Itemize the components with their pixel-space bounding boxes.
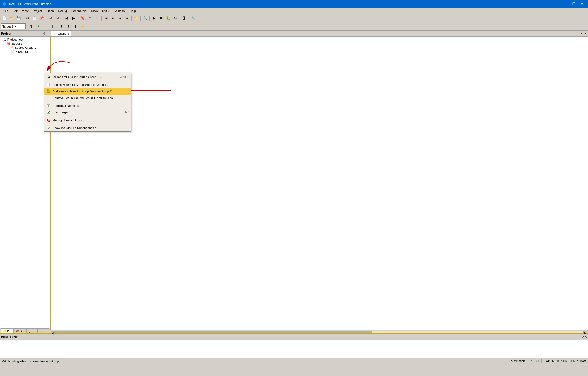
menu-tools[interactable]: Tools [89, 9, 100, 13]
ctx-remove-group[interactable]: Remove Group 'Source Group 1' and its Fi… [44, 95, 131, 101]
window-controls: – ❒ ✕ [562, 1, 586, 7]
download2-button[interactable]: ⬇ [65, 23, 72, 29]
maximize-button[interactable]: ❒ [570, 1, 578, 7]
build-output-content [0, 340, 588, 358]
copy-button[interactable]: 📋 [31, 15, 38, 21]
add-target-button[interactable]: + [35, 23, 42, 29]
tab-project[interactable]: 📁 P... [1, 328, 13, 333]
menu-flash[interactable]: Flash [44, 9, 56, 13]
menu-edit[interactable]: Edit [10, 9, 20, 13]
ctx-add-new[interactable]: Add New Item to Group 'Source Group 1'..… [44, 81, 131, 88]
undo-button[interactable]: ↩ [47, 15, 54, 21]
build-panel-float-btn[interactable]: ↗ [581, 335, 584, 339]
cut-button[interactable]: ✂ [24, 15, 31, 21]
indent-button[interactable]: ⇥ [103, 15, 109, 21]
separator-3 [62, 16, 62, 21]
close-button[interactable]: ✕ [578, 1, 586, 7]
target-name: Target 1 [11, 42, 22, 45]
upload-button[interactable]: ⬆ [72, 23, 79, 29]
menu-peripherals[interactable]: Peripherals [69, 9, 89, 13]
ctx-show-deps[interactable]: ✓ Show Include File Dependencies [44, 125, 131, 131]
forward-button[interactable]: ▶ [71, 15, 77, 21]
run-button[interactable]: ▶ [151, 15, 157, 21]
redo-button[interactable]: ↪ [54, 15, 61, 21]
find-button[interactable]: 🔍 [142, 15, 148, 21]
menu-file[interactable]: File [1, 9, 10, 13]
dropdown-arrow-icon: ▼ [14, 25, 17, 28]
target-props-button[interactable]: T [49, 23, 56, 29]
ctx-rebuild[interactable]: Rebuild all target files [44, 102, 131, 109]
tab-testing-c[interactable]: 📄 testing.c [51, 31, 71, 36]
remove-target-button[interactable]: − [42, 23, 49, 29]
menu-view[interactable]: View [20, 9, 31, 13]
prev-bookmark-button[interactable]: ⬆ [87, 15, 93, 21]
panel-close-button[interactable]: ✕ [45, 32, 49, 35]
tab-close-all-button[interactable]: ✕ [584, 32, 587, 35]
ctx-sep-2 [44, 102, 131, 102]
ctx-rebuild-icon [47, 104, 51, 108]
scroll-track[interactable] [55, 331, 584, 333]
minimize-button[interactable]: – [562, 1, 569, 7]
ctx-manage-project[interactable]: Manage Project Items... [44, 117, 131, 123]
ctx-manage-icon [47, 118, 51, 122]
menu-project[interactable]: Project [30, 9, 44, 13]
tab-menu-button[interactable]: ▼ [579, 32, 583, 35]
panel-float-button[interactable]: ↗ [41, 32, 45, 35]
tool-button[interactable]: 🔧 [190, 15, 197, 21]
debug-button[interactable]: 🐛 [165, 15, 171, 21]
ctx-build-icon [47, 110, 51, 114]
status-divider-2 [527, 359, 527, 363]
horizontal-scrollbar[interactable]: ◀ ▶ [50, 330, 588, 333]
menu-svcs[interactable]: SVCS [100, 9, 112, 13]
ctx-add-existing[interactable]: Add Existing Files to Group 'Source Grou… [44, 88, 131, 95]
download-button[interactable]: ⬇ [58, 23, 65, 29]
open-file-button[interactable]: 📂 [8, 15, 15, 21]
tree-target[interactable]: − 🎯 Target 1 [0, 41, 50, 46]
paste-button[interactable]: 📌 [38, 15, 45, 21]
status-divider-1 [509, 359, 509, 363]
startup-filename: STARTUP... [16, 50, 31, 53]
open-folder-button[interactable]: 📁 [133, 15, 139, 21]
toolbar-1: 📄 📂 💾 ✂ 📋 📌 ↩ ↪ ◀ ▶ 🔖 ⬆ ⬇ ⇥ ⇤ // // 📁 🔍 … [0, 14, 588, 22]
comment-button[interactable]: // [117, 15, 123, 21]
scroll-right-btn[interactable]: ▶ [584, 331, 587, 333]
menu-help[interactable]: Help [127, 9, 138, 13]
menu-bar: File Edit View Project Flash Debug Perip… [0, 8, 588, 14]
bookmark-button[interactable]: 🔖 [79, 15, 86, 21]
project-tree: − 🗂 Project: test − 🎯 Target 1 − 📁 Sourc… [0, 37, 50, 328]
tree-project-root[interactable]: − 🗂 Project: test [0, 38, 50, 41]
build-panel-close-btn[interactable]: ✕ [584, 335, 587, 339]
project-panel-header: Project ↗ ✕ [0, 31, 50, 37]
flash-button[interactable]: ⚡ [79, 23, 86, 29]
separator-6 [131, 16, 132, 21]
project-tab-label: P... [7, 330, 11, 333]
view-options-button[interactable]: 🗄 [181, 15, 188, 21]
next-bookmark-button[interactable]: ⬇ [94, 15, 100, 21]
stop-button[interactable]: ⏹ [158, 15, 164, 21]
scroll-thumb[interactable] [55, 331, 372, 333]
new-file-button[interactable]: 📄 [1, 15, 8, 21]
svg-point-12 [48, 120, 49, 121]
save-button[interactable]: 💾 [15, 15, 22, 21]
tab-templates[interactable]: 0ₐ T... [38, 328, 50, 333]
templates-tab-label: 0ₐ T... [40, 330, 47, 333]
separator-7 [140, 16, 141, 21]
menu-window[interactable]: Window [112, 9, 127, 13]
tree-startup-file[interactable]: 📄 STARTUP... [0, 50, 50, 54]
bottom-panel: Build Output ↗ ✕ [0, 333, 588, 358]
target-dropdown[interactable]: Target 1 ▼ [1, 23, 26, 29]
tree-source-group[interactable]: − 📁 Source Group... [0, 46, 50, 50]
scroll-left-btn[interactable]: ◀ [51, 331, 55, 333]
ctx-add-new-label: Add New Item to Group 'Source Group 1'..… [53, 83, 129, 86]
cursor-button[interactable]: 🖱 [28, 23, 35, 29]
ctx-options[interactable]: ⚙ Options for Group 'Source Group 1'... … [44, 74, 131, 80]
menu-debug[interactable]: Debug [56, 9, 69, 13]
ctx-build-target[interactable]: Build Target F7 [44, 109, 131, 116]
svg-point-11 [48, 120, 48, 121]
tab-funcs[interactable]: {} F... [26, 328, 38, 333]
back-button[interactable]: ◀ [63, 15, 70, 21]
uncomment-button[interactable]: // [124, 15, 130, 21]
tab-books[interactable]: 📚 B... [13, 328, 26, 333]
settings-button[interactable]: ⚙ [172, 15, 179, 21]
unindent-button[interactable]: ⇤ [110, 15, 116, 21]
